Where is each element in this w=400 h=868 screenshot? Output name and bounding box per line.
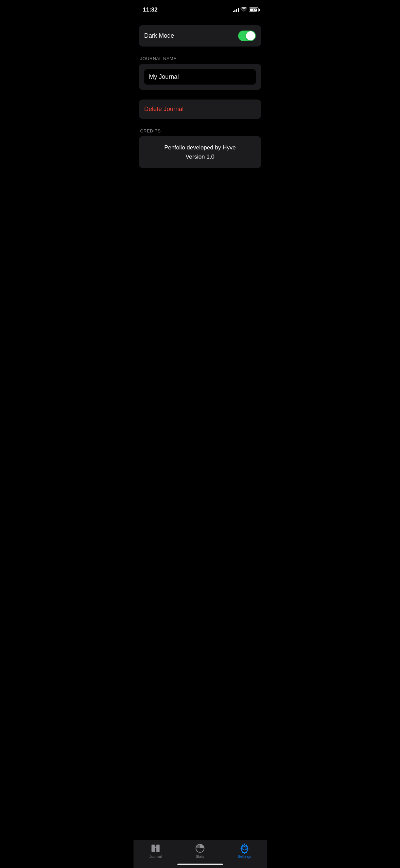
dark-mode-label: Dark Mode — [144, 32, 174, 39]
journal-name-card — [139, 64, 261, 90]
status-bar: 11:32 87 — [133, 0, 267, 18]
signal-icon — [233, 7, 239, 12]
credits-line-2: Version 1.0 — [144, 152, 256, 161]
credits-section-label: CREDITS — [139, 128, 261, 133]
delete-journal-card[interactable]: Delete Journal — [139, 100, 261, 119]
dark-mode-row: Dark Mode — [139, 25, 261, 47]
status-time: 11:32 — [143, 6, 157, 13]
dark-mode-toggle[interactable] — [238, 31, 256, 41]
battery-icon: 87 — [249, 7, 260, 12]
delete-journal-label: Delete Journal — [144, 106, 184, 112]
status-icons: 87 — [233, 7, 260, 12]
battery-level: 87 — [250, 8, 259, 12]
toggle-knob — [246, 31, 255, 40]
journal-name-section-label: JOURNAL NAME — [139, 56, 261, 61]
journal-name-input[interactable] — [149, 73, 251, 80]
main-content: Dark Mode JOURNAL NAME Delete Journal CR… — [133, 18, 267, 202]
credits-card: Penfolio developed by Hyve Version 1.0 — [139, 136, 261, 168]
credits-line-1: Penfolio developed by Hyve — [144, 143, 256, 152]
wifi-icon — [241, 7, 247, 12]
journal-name-input-wrapper[interactable] — [144, 69, 256, 85]
